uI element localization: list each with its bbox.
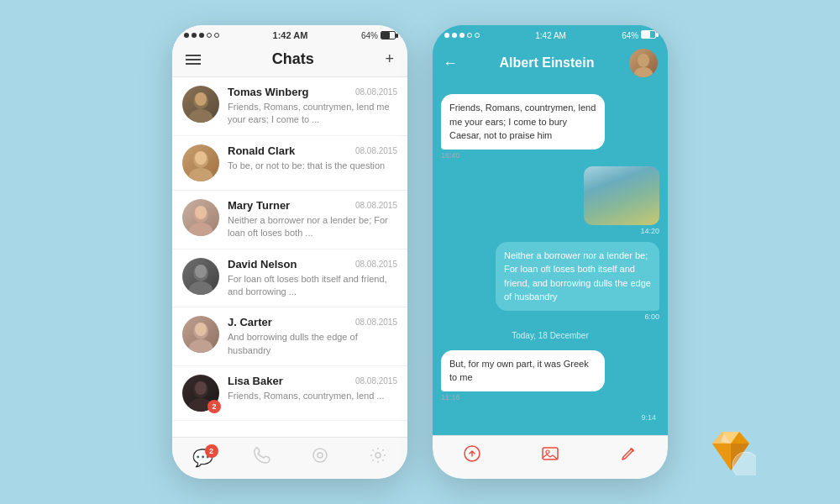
chat-item-2[interactable]: Ronald Clark 08.08.2015 To be, or not to… [172,136,407,191]
chat-date-6: 08.08.2015 [355,376,397,386]
message-1: Friends, Romans, countrymen, lend me you… [441,94,659,160]
bubble-5: But, for my own part, it was Greek to me [441,350,605,391]
right-status-time: 1:42 AM [535,31,566,40]
tab-activity-icon[interactable] [311,446,329,469]
add-chat-button[interactable]: + [385,50,394,68]
battery-info: 64% [361,31,396,40]
hamburger-line2 [186,59,201,60]
tab-settings-icon[interactable] [369,446,387,469]
edit-button[interactable] [619,444,638,467]
chat-name-4: David Nelson [228,258,297,270]
svg-marker-30 [712,444,731,470]
chat-name-6: Lisa Baker [228,375,283,387]
chats-header: Chats + [172,44,407,77]
avatar-wrap-6: 2 [182,375,219,412]
msg-text-3: Neither a borrower nor a lender be; For … [504,250,651,302]
rdot5 [475,33,480,38]
chat-info-2: Ronald Clark 08.08.2015 To be, or not to… [228,144,397,172]
svg-point-22 [634,67,653,77]
chat-date-4: 08.08.2015 [355,260,397,269]
right-signal-dots [444,33,480,38]
avatar-4 [182,258,219,295]
left-phone: 1:42 AM 64% Chats + Tomas Winberg [172,25,407,479]
bubble-1: Friends, Romans, countrymen, lend me you… [441,94,605,150]
svg-point-13 [189,339,213,353]
svg-point-20 [375,453,381,458]
left-status-bar: 1:42 AM 64% [172,25,407,44]
chat-name-2: Ronald Clark [228,144,295,157]
dot5 [214,33,219,38]
chat-name-row-2: Ronald Clark 08.08.2015 [228,144,397,157]
avatar-5 [182,316,219,353]
chat-name-row-3: Mary Turner 08.08.2015 [228,199,397,212]
right-battery-pct: 64% [622,31,638,40]
chat-info-4: David Nelson 08.08.2015 For loan oft los… [228,258,397,299]
svg-point-21 [638,54,649,67]
msg-time-1: 16:40 [441,151,460,160]
avatar-2 [182,144,219,181]
dot3 [199,33,204,38]
chat-date-3: 08.08.2015 [355,201,397,210]
svg-point-7 [189,223,213,236]
svg-point-17 [195,381,207,395]
avatar-1 [182,86,219,123]
chat-name-3: Mary Turner [228,199,290,212]
svg-point-11 [195,265,207,278]
chat-item-4[interactable]: David Nelson 08.08.2015 For loan oft los… [172,249,407,308]
chat-item-5[interactable]: J. Carter 08.08.2015 And borrowing dulls… [172,307,407,366]
chat-item-1[interactable]: Tomas Winberg 08.08.2015 Friends, Romans… [172,77,407,136]
msg-time-6: 9:14 [641,413,656,422]
chats-title: Chats [272,50,314,68]
contact-name: Albert Einstein [465,55,629,71]
chat-name-5: J. Carter [228,316,272,328]
image-button[interactable] [541,444,559,467]
chat-info-6: Lisa Baker 08.08.2015 Friends, Romans, c… [228,375,397,402]
msg-time-5: 11:16 [441,393,460,402]
message-5: But, for my own part, it was Greek to me… [441,350,659,402]
avatar-wrap-3 [182,199,219,236]
chat-name-row-4: David Nelson 08.08.2015 [228,258,397,270]
menu-button[interactable] [186,55,201,65]
sketch-gem-icon [706,425,756,475]
chat-list: Tomas Winberg 08.08.2015 Friends, Romans… [172,77,407,437]
sketch-gem-container [706,425,756,479]
right-battery: 64% [622,30,656,40]
chat-item-3[interactable]: Mary Turner 08.08.2015 Neither a borrowe… [172,191,407,249]
msg-time-2: 14:20 [640,227,659,235]
avatar-wrap-4 [182,258,219,295]
dot1 [184,33,189,38]
messages-area: Friends, Romans, countrymen, lend me you… [433,86,668,435]
right-phone: 1:42 AM 64% ← Albert Einstein Friends, R… [433,25,668,479]
avatar-3 [182,199,219,236]
chat-info-1: Tomas Winberg 08.08.2015 Friends, Romans… [228,86,397,127]
tab-chats[interactable]: 💬 2 [192,448,213,468]
svg-point-5 [195,151,207,165]
dot4 [207,33,212,38]
date-divider: Today, 18 December [441,331,659,340]
chat-date-1: 08.08.2015 [355,87,397,97]
chat-preview-2: To be, or not to be: that is the questio… [228,160,397,172]
msg-time-only: 9:14 [441,408,659,423]
msg-text-5: But, for my own part, it was Greek to me [449,359,589,383]
svg-point-2 [195,92,207,106]
back-button[interactable]: ← [443,55,458,72]
tab-bar: 💬 2 [172,437,407,479]
chat-info-3: Mary Turner 08.08.2015 Neither a borrowe… [228,199,397,240]
avatar-wrap-2 [182,144,219,181]
right-status-bar: 1:42 AM 64% [433,25,668,44]
avatar-wrap-5 [182,316,219,353]
chat-preview-5: And borrowing dulls the edge of husbandr… [228,331,397,357]
chat-name-row-6: Lisa Baker 08.08.2015 [228,375,397,387]
svg-point-18 [313,449,327,462]
svg-point-25 [546,450,549,454]
hamburger-line1 [186,55,201,56]
chat-preview-1: Friends, Romans, countrymen, lend me you… [228,101,397,127]
rdot4 [467,33,472,38]
chat-item-6[interactable]: 2 Lisa Baker 08.08.2015 Friends, Romans,… [172,366,407,421]
send-button[interactable] [463,444,481,467]
svg-point-1 [189,109,213,123]
chat-preview-3: Neither a borrower nor a lender be; For … [228,214,397,240]
rdot3 [459,33,465,38]
tab-calls-icon[interactable] [253,446,271,469]
chat-preview-6: Friends, Romans, countrymen, lend ... [228,390,397,402]
